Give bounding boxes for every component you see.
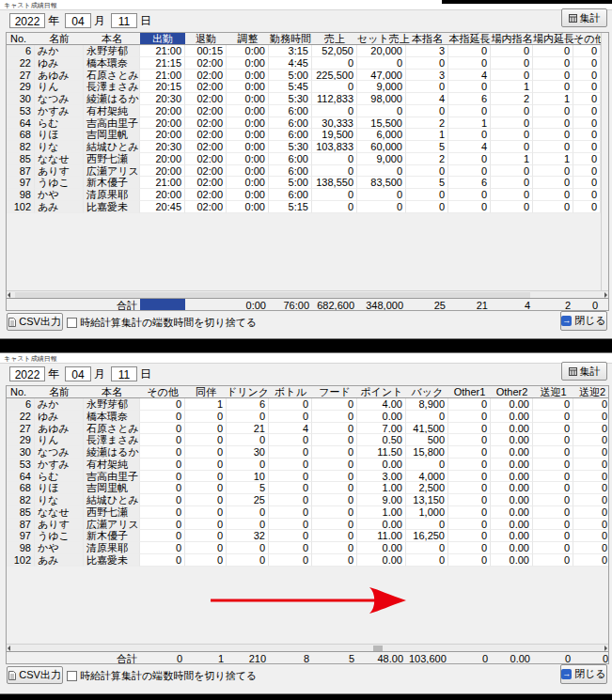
table-row[interactable]: 98かや清原果耶000000.00000.0000 bbox=[7, 542, 609, 554]
table-row[interactable]: 22ゆみ橋本環奈000000.00000.0000 bbox=[7, 411, 609, 423]
horizontal-scrollbar[interactable] bbox=[7, 290, 608, 298]
column-header-10[interactable]: Other1 bbox=[448, 386, 491, 397]
truncate-minutes-checkbox[interactable] bbox=[67, 671, 77, 681]
cell: ゆみ bbox=[35, 411, 84, 423]
column-header-11[interactable]: Other2 bbox=[491, 386, 533, 397]
column-header-9[interactable]: バック bbox=[406, 386, 448, 397]
column-header-1[interactable]: 名前 bbox=[35, 33, 84, 44]
cell: 0 bbox=[573, 57, 601, 70]
table-row[interactable]: 97うゆこ新木優子21:0002:000:005:00138,55083,500… bbox=[7, 177, 601, 189]
column-header-1[interactable]: 名前 bbox=[35, 386, 84, 397]
table-row[interactable]: 85ななせ西野七瀬20:0002:000:006:0009,00020110 bbox=[7, 153, 601, 165]
column-header-12[interactable]: 送迎1 bbox=[533, 386, 573, 397]
cell: 30,333 bbox=[312, 117, 357, 130]
column-header-2[interactable]: 本名 bbox=[84, 386, 140, 397]
table-row[interactable]: 97うゆこ新木優子00320011.0016,25000.0000 bbox=[7, 530, 609, 542]
column-header-13[interactable]: 送迎2 bbox=[573, 386, 609, 397]
column-header-5[interactable]: ドリンク bbox=[227, 386, 269, 397]
day-input[interactable]: 11 bbox=[111, 366, 137, 381]
column-header-6[interactable]: 勤務時間 bbox=[269, 33, 312, 44]
cell: ありす bbox=[35, 165, 84, 178]
cell: 0 bbox=[533, 519, 573, 531]
table-row[interactable]: 53かすみ有村架純000000.00000.0000 bbox=[7, 459, 609, 471]
table-row[interactable]: 30なつみ綾瀬はるか20:3002:000:005:30112,83398,00… bbox=[7, 93, 601, 105]
table-row[interactable]: 22ゆみ橋本環奈21:1502:000:004:450000000 bbox=[7, 57, 601, 70]
cell: 3.00 bbox=[357, 471, 406, 483]
column-header-12[interactable]: 場内延長 bbox=[533, 33, 573, 44]
csv-file-icon bbox=[8, 671, 16, 680]
table-row[interactable]: 102あみ比嘉愛未000000.00000.0000 bbox=[7, 554, 609, 567]
cell: 0:00 bbox=[227, 177, 269, 189]
cell: 0 bbox=[533, 141, 573, 153]
truncate-minutes-checkbox[interactable] bbox=[67, 318, 77, 328]
titlebar-black-edge bbox=[442, 0, 612, 4]
table-row[interactable]: 29りん長澤まさみ000000.5050000.0000 bbox=[7, 434, 609, 446]
cell: 21:00 bbox=[140, 70, 185, 82]
cell: 0.00 bbox=[491, 423, 533, 435]
cell: 有村架純 bbox=[84, 105, 140, 117]
column-header-0[interactable]: No. bbox=[7, 386, 35, 397]
cell: 0 bbox=[185, 446, 227, 459]
cell: 0.00 bbox=[491, 554, 533, 567]
table-row[interactable]: 68りほ吉岡里帆20:0002:000:006:0019,5006,000100… bbox=[7, 129, 601, 141]
month-input[interactable]: 04 bbox=[65, 366, 91, 381]
table-row[interactable]: 87ありす広瀬アリス000000.00000.0000 bbox=[7, 519, 609, 531]
horizontal-scrollbar[interactable] bbox=[7, 644, 608, 651]
cell: らむ bbox=[35, 471, 84, 483]
table-row[interactable]: 64らむ吉高由里子20:0002:000:006:0030,33315,5002… bbox=[7, 117, 601, 130]
column-header-2[interactable]: 本名 bbox=[84, 33, 140, 44]
column-header-5[interactable]: 調整 bbox=[227, 33, 269, 44]
cell: 0 bbox=[140, 482, 185, 494]
aggregate-button[interactable]: 集計 bbox=[561, 8, 607, 27]
close-button[interactable]: → 閉じる bbox=[560, 664, 607, 684]
day-input[interactable]: 11 bbox=[111, 13, 137, 28]
table-row[interactable]: 27あゆみ石原さとみ21:0002:000:005:00225,50047,00… bbox=[7, 70, 601, 82]
total-cell bbox=[185, 299, 227, 311]
column-header-10[interactable]: 本指延長 bbox=[448, 33, 491, 44]
cell: 0 bbox=[406, 105, 448, 117]
column-header-7[interactable]: フード bbox=[312, 386, 357, 397]
table-row[interactable]: 27あゆみ石原さとみ0021407.0041,50000.0000 bbox=[7, 423, 609, 435]
table-row[interactable]: 87ありす広瀬アリス20:0002:000:006:000000000 bbox=[7, 165, 601, 178]
year-input[interactable]: 2022 bbox=[9, 13, 45, 28]
table-row[interactable]: 6みか永野芽郁21:0000:150:003:1552,05020,000300… bbox=[7, 45, 601, 57]
column-header-4[interactable]: 同伴 bbox=[185, 386, 227, 397]
cell: 0 bbox=[227, 434, 269, 446]
column-header-3[interactable]: 出勤 bbox=[140, 33, 185, 44]
csv-export-button[interactable]: CSV出力 bbox=[7, 666, 63, 684]
vertical-scrollbar[interactable] bbox=[601, 33, 609, 298]
close-button[interactable]: → 閉じる bbox=[560, 311, 607, 331]
column-header-8[interactable]: ポイント bbox=[357, 386, 406, 397]
table-row[interactable]: 98かや清原果耶20:0002:000:006:000000000 bbox=[7, 189, 601, 201]
cell: 0 bbox=[448, 165, 491, 178]
column-header-4[interactable]: 退勤 bbox=[185, 33, 227, 44]
table-row[interactable]: 82りな結城ひとみ0025009.0013,15000.0000 bbox=[7, 494, 609, 506]
csv-export-button[interactable]: CSV出力 bbox=[7, 313, 63, 331]
table-row[interactable]: 64らむ吉高由里子0010003.004,00000.0000 bbox=[7, 471, 609, 483]
column-header-8[interactable]: セット売上 bbox=[357, 33, 406, 44]
table-row[interactable]: 53かすみ有村架純20:0002:000:006:000000000 bbox=[7, 105, 601, 117]
table-row[interactable]: 30なつみ綾瀬はるか00300011.5015,80000.0000 bbox=[7, 446, 609, 459]
aggregate-button[interactable]: 集計 bbox=[561, 362, 607, 381]
cell: 6:00 bbox=[269, 165, 312, 178]
column-header-9[interactable]: 本指名 bbox=[406, 33, 448, 44]
table-row[interactable]: 29りん長澤まさみ20:1502:000:005:4509,00000100 bbox=[7, 81, 601, 93]
column-header-11[interactable]: 場内指名 bbox=[491, 33, 533, 44]
table-row[interactable]: 102あみ比嘉愛未20:4502:000:005:150000000 bbox=[7, 201, 601, 213]
table-row[interactable]: 85ななせ西野七瀬000001.001,00000.0000 bbox=[7, 506, 609, 519]
table-row[interactable]: 82りな結城ひとみ20:3002:000:005:30103,83360,000… bbox=[7, 141, 601, 153]
column-header-7[interactable]: 売上 bbox=[312, 33, 357, 44]
cell: 3 bbox=[406, 45, 448, 57]
cell: 2,500 bbox=[406, 482, 448, 494]
year-input[interactable]: 2022 bbox=[9, 366, 45, 381]
month-input[interactable]: 04 bbox=[65, 13, 91, 28]
column-header-0[interactable]: No. bbox=[7, 33, 35, 44]
table-row[interactable]: 68りほ吉岡里帆005001.002,50000.0000 bbox=[7, 482, 609, 494]
cell: 0 bbox=[227, 506, 269, 519]
column-header-6[interactable]: ボトル bbox=[269, 386, 312, 397]
table-row[interactable]: 6みか永野芽郁016004.008,90000.0000 bbox=[7, 398, 609, 411]
cell: 68 bbox=[7, 129, 35, 141]
column-header-13[interactable]: その他 bbox=[573, 33, 601, 44]
column-header-3[interactable]: その他 bbox=[140, 386, 185, 397]
cell: 結城ひとみ bbox=[84, 141, 140, 153]
